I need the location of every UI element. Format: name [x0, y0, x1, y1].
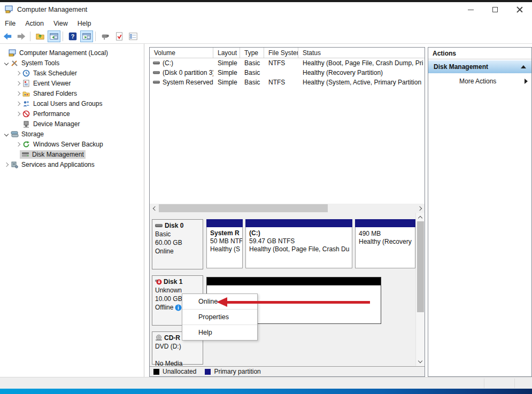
export-list-button[interactable] [99, 30, 112, 42]
menu-action[interactable]: Action [20, 18, 49, 29]
show-console-tree-button[interactable] [48, 30, 60, 42]
disk-icon [155, 223, 163, 228]
legend-label-unallocated: Unallocated [163, 368, 196, 375]
disk0-partitions: System R 50 MB NTF Healthy (S (C:) 59.47… [206, 219, 415, 268]
expander-expanded-icon[interactable] [4, 60, 9, 65]
partition-system-reserved[interactable]: System R 50 MB NTF Healthy (S [206, 219, 243, 268]
column-header-volume[interactable]: Volume [150, 48, 213, 58]
expander-expanded-icon[interactable] [4, 132, 9, 136]
partition-size: 59.47 GB NTFS [249, 237, 352, 245]
minimize-button[interactable] [458, 2, 483, 17]
tree-item-device-manager[interactable]: Device Manager [0, 119, 144, 129]
vertical-scrollbar[interactable] [415, 213, 425, 366]
tree-item-storage[interactable]: Storage [0, 129, 144, 139]
up-one-level-button[interactable] [34, 30, 47, 42]
back-button[interactable] [1, 30, 14, 42]
drive-letter: DVD (D:) [155, 343, 203, 350]
primary-partition-swatch [205, 369, 211, 375]
media-status: No Media [155, 360, 203, 366]
volume-icon [153, 80, 160, 84]
tree-item-shared-folders[interactable]: Shared Folders [0, 88, 144, 98]
toolbar-separator [30, 32, 30, 41]
show-action-pane-button[interactable] [80, 30, 93, 42]
tree-item-task-scheduler[interactable]: Task Scheduler [0, 68, 144, 78]
partition-status: Healthy (Recovery [359, 238, 415, 245]
expander-collapsed-icon[interactable] [16, 71, 20, 75]
properties-list-button[interactable] [127, 30, 140, 42]
drive-name: CD-R [164, 334, 180, 342]
partition-size: 50 MB NTF [210, 237, 242, 245]
volume-row-system-reserved[interactable]: System Reserved Simple Basic NTFS Health… [150, 78, 425, 87]
tree-label: Performance [33, 110, 70, 118]
disk-type: Unknown [155, 287, 203, 294]
menu-item-properties[interactable]: Properties [182, 310, 257, 325]
volume-row-disk0-partition3[interactable]: (Disk 0 partition 3) Simple Basic Health… [150, 68, 425, 78]
volume-row-c[interactable]: (C:) Simple Basic NTFS Healthy (Boot, Pa… [150, 58, 425, 68]
tree-item-local-users-and-groups[interactable]: Local Users and Groups [0, 98, 144, 109]
expander-collapsed-icon[interactable] [16, 142, 20, 146]
column-header-type[interactable]: Type [240, 48, 264, 58]
task-scheduler-icon [22, 69, 31, 77]
toolbar: ? [0, 29, 532, 44]
minimize-icon [468, 10, 474, 10]
tree-item-services-and-applications[interactable]: Services and Applications [0, 159, 144, 169]
svg-text:?: ? [71, 33, 75, 40]
disk0-label-box[interactable]: Disk 0 Basic 60.00 GB Online [152, 219, 203, 269]
more-actions-item[interactable]: More Actions [428, 75, 531, 87]
expander-collapsed-icon[interactable] [4, 162, 9, 166]
computer-management-window: Computer Management File Action View Hel… [0, 0, 532, 394]
actions-group-disk-management[interactable]: Disk Management [428, 60, 531, 73]
tree-item-system-tools[interactable]: System Tools [0, 58, 144, 68]
tree-label: Event Viewer [33, 80, 71, 87]
disk-size: 60.00 GB [155, 239, 203, 246]
column-header-status[interactable]: Status [298, 48, 425, 58]
tree-label: Task Scheduler [33, 69, 77, 77]
volume-status: Healthy (Boot, Page File, Crash Dump, Pr… [298, 59, 425, 67]
scroll-left-arrow[interactable] [150, 204, 159, 213]
status-bar [0, 377, 532, 389]
volume-layout: Simple [213, 59, 240, 67]
partition-title: (C:) [249, 229, 352, 237]
collapse-icon[interactable] [521, 65, 526, 68]
tree-item-event-viewer[interactable]: Event Viewer [0, 78, 144, 88]
horizontal-scrollbar-thumb[interactable] [159, 204, 328, 212]
vertical-scrollbar-thumb[interactable] [417, 221, 424, 312]
primary-partition-band [245, 219, 352, 227]
menu-view[interactable]: View [49, 18, 73, 29]
expander-collapsed-icon[interactable] [16, 101, 20, 105]
column-header-file-system[interactable]: File System [264, 48, 298, 58]
close-button[interactable] [507, 2, 532, 17]
volume-type: Basic [240, 79, 264, 86]
volume-icon [153, 71, 160, 75]
forward-icon [17, 32, 26, 41]
expander-collapsed-icon[interactable] [16, 91, 20, 95]
info-icon[interactable] [175, 304, 182, 311]
scroll-right-arrow[interactable] [415, 204, 425, 213]
tree-item-windows-server-backup[interactable]: Windows Server Backup [0, 139, 144, 149]
tree-item-disk-management[interactable]: Disk Management [0, 149, 144, 159]
taskbar-edge [0, 389, 532, 394]
menu-file[interactable]: File [0, 18, 20, 29]
tree-item-performance[interactable]: Performance [0, 109, 144, 119]
partition-recovery[interactable]: 490 MB Healthy (Recovery [355, 219, 415, 268]
maximize-button[interactable] [483, 2, 507, 17]
expander-collapsed-icon[interactable] [16, 111, 20, 115]
menu-help[interactable]: Help [73, 18, 96, 29]
column-header-layout[interactable]: Layout [213, 48, 240, 58]
partition-size: 490 MB [359, 230, 415, 237]
scroll-up-arrow[interactable] [415, 213, 425, 222]
horizontal-scrollbar[interactable] [150, 204, 425, 213]
tree-label: Device Manager [33, 120, 80, 128]
validate-button[interactable] [113, 30, 126, 42]
partition-status: Healthy (S [210, 245, 242, 253]
menu-item-help[interactable]: Help [182, 325, 257, 340]
forward-button[interactable] [15, 30, 28, 42]
help-button[interactable]: ? [66, 30, 79, 42]
scroll-down-arrow[interactable] [415, 357, 425, 366]
partition-c[interactable]: (C:) 59.47 GB NTFS Healthy (Boot, Page F… [245, 219, 352, 268]
toolbar-separator [95, 32, 96, 41]
statusbar-separator [514, 378, 515, 388]
disk-graphical-view: Disk 0 Basic 60.00 GB Online System R 50… [150, 213, 425, 366]
tree-item-computer-management[interactable]: Computer Management (Local) [0, 48, 144, 58]
expander-collapsed-icon[interactable] [16, 81, 20, 85]
